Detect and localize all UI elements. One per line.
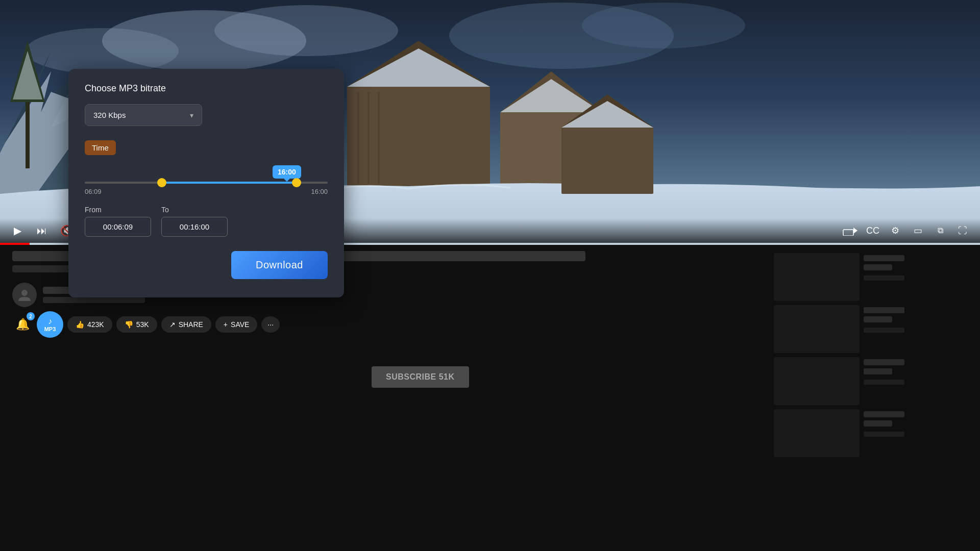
time-inputs: From To (85, 206, 328, 237)
sb-meta-4 (864, 432, 904, 437)
time-label-row: Time (85, 140, 328, 155)
svg-point-2 (214, 5, 398, 56)
sidebar-thumb-4 (774, 409, 860, 457)
svg-rect-24 (843, 230, 853, 236)
sb-title-3a (864, 359, 904, 365)
from-input-group: From (85, 206, 151, 237)
slider-tooltip: 16:00 (273, 165, 301, 179)
speed-button[interactable] (841, 221, 860, 240)
more-button[interactable]: ··· (261, 316, 280, 333)
sidebar-text-2 (864, 305, 904, 353)
bitrate-select[interactable]: 320 Kbps ▾ (85, 104, 202, 126)
avatar (12, 283, 37, 307)
sb-title-2a (864, 307, 904, 313)
sidebar-item-1 (774, 253, 972, 301)
from-label: From (85, 206, 151, 214)
sidebar-text-3 (864, 357, 904, 405)
dislike-icon: 👎 (125, 320, 133, 329)
sidebar-thumb-3 (774, 357, 860, 405)
sidebar-item-2 (774, 305, 972, 353)
to-label: To (161, 206, 228, 214)
bell-icon: 🔔 (16, 318, 30, 331)
to-input[interactable] (161, 217, 228, 237)
dropdown-arrow-icon: ▾ (190, 111, 193, 119)
sidebar-item-3 (774, 357, 972, 405)
download-button[interactable]: Download (231, 251, 328, 279)
settings-button[interactable]: ⚙ (886, 221, 904, 240)
sb-title-3b (864, 368, 892, 374)
play-button[interactable]: ▶ (8, 221, 27, 240)
sidebar-item-4 (774, 409, 972, 457)
sidebar (766, 245, 980, 551)
sb-title-4a (864, 411, 904, 417)
controls-right: CC ⚙ ▭ ⧉ ⛶ (841, 221, 972, 240)
mp3-download-modal: Choose MP3 bitrate 320 Kbps ▾ Time 16:00… (68, 69, 344, 297)
slider-fill (161, 182, 297, 184)
svg-point-26 (21, 290, 28, 296)
save-icon: + (224, 320, 228, 329)
share-label: SHARE (179, 320, 203, 329)
slider-label-right: 16:00 (311, 188, 328, 195)
sb-title-1b (864, 264, 892, 270)
svg-rect-10 (368, 92, 370, 184)
slider-label-left: 06:09 (85, 188, 102, 195)
like-count: 423K (87, 320, 104, 329)
slider-track[interactable] (85, 182, 328, 184)
sb-title-2b (864, 316, 892, 322)
slider-thumb-right[interactable] (292, 178, 301, 187)
subscribe-button[interactable]: SUBSCRIBE 51K (372, 366, 469, 388)
sidebar-thumb-2 (774, 305, 860, 353)
time-badge: Time (85, 140, 116, 155)
skip-button[interactable]: ⏭ (33, 221, 51, 240)
bitrate-dropdown: 320 Kbps ▾ (85, 104, 328, 126)
like-icon: 👍 (76, 320, 84, 329)
music-icon: ♪ (48, 317, 52, 326)
svg-point-3 (26, 28, 179, 74)
sidebar-text-4 (864, 409, 904, 457)
svg-rect-15 (561, 128, 653, 194)
save-button[interactable]: + SAVE (215, 316, 258, 333)
modal-title: Choose MP3 bitrate (85, 83, 328, 94)
to-input-group: To (161, 206, 228, 237)
svg-marker-25 (853, 228, 857, 234)
share-icon: ↗ (169, 320, 176, 329)
slider-labels: 06:09 16:00 (85, 188, 328, 195)
bell-badge: 2 (27, 312, 35, 320)
slider-container: 16:00 06:09 16:00 (85, 165, 328, 195)
share-button[interactable]: ↗ SHARE (161, 316, 211, 333)
dislike-button[interactable]: 👎 53K (116, 316, 157, 333)
sidebar-text-1 (864, 253, 904, 301)
dislike-count: 53K (136, 320, 149, 329)
mp3-circle-button[interactable]: ♪ MP3 (37, 311, 63, 338)
sb-title-4b (864, 420, 892, 427)
slider-thumb-left[interactable] (157, 178, 166, 187)
channel-sub-placeholder (43, 297, 145, 303)
theater-button[interactable]: ▭ (909, 221, 927, 240)
more-icon: ··· (267, 320, 274, 329)
mp3-label: MP3 (44, 326, 56, 332)
bitrate-value: 320 Kbps (93, 111, 126, 119)
from-input[interactable] (85, 217, 151, 237)
miniplayer-button[interactable]: ⧉ (931, 221, 949, 240)
svg-rect-9 (357, 92, 359, 184)
save-label: SAVE (231, 320, 249, 329)
sb-meta-2 (864, 328, 904, 333)
svg-point-5 (582, 3, 745, 48)
cc-button[interactable]: CC (864, 221, 882, 240)
sb-meta-3 (864, 380, 904, 385)
svg-rect-11 (378, 92, 380, 184)
sb-title-1a (864, 255, 904, 261)
bell-button[interactable]: 🔔 2 (12, 314, 33, 335)
sb-meta-1 (864, 276, 904, 281)
fullscreen-button[interactable]: ⛶ (953, 221, 972, 240)
like-button[interactable]: 👍 423K (67, 316, 112, 333)
sidebar-thumb-1 (774, 253, 860, 301)
